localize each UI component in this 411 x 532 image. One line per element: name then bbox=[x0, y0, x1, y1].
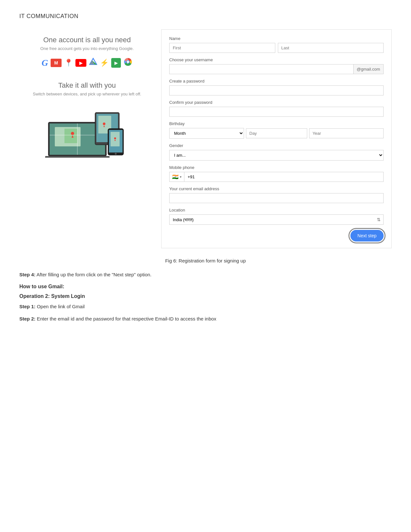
promo-title2: Take it all with you bbox=[58, 81, 116, 90]
gender-label: Gender bbox=[169, 143, 384, 148]
page-title: IT COMMUNICATION bbox=[19, 13, 392, 20]
gmail-icon: M bbox=[51, 59, 62, 67]
month-select[interactable]: Month JanuaryFebruaryMarch AprilMayJune … bbox=[169, 128, 244, 139]
confirm-password-input[interactable] bbox=[169, 107, 384, 117]
name-row bbox=[169, 43, 384, 53]
email-label: Your current email address bbox=[169, 186, 384, 191]
password-label: Create a password bbox=[169, 79, 384, 84]
day-input[interactable] bbox=[246, 128, 307, 138]
svg-rect-18 bbox=[45, 156, 110, 158]
step2-text: Step 2: Enter the email id and the passw… bbox=[19, 315, 392, 323]
svg-point-23 bbox=[103, 123, 105, 125]
playstore-icon: ▶ bbox=[111, 58, 121, 68]
step2-content: Enter the email id and the password for … bbox=[35, 316, 216, 321]
svg-point-14 bbox=[71, 132, 74, 135]
confirm-password-label: Confirm your password bbox=[169, 100, 384, 105]
location-row: India (भारत) ⇅ bbox=[169, 214, 384, 225]
svg-point-29 bbox=[114, 137, 116, 139]
step1-bold: Step 1: bbox=[19, 304, 35, 309]
next-step-row: Next step bbox=[169, 230, 384, 241]
drive-icon bbox=[89, 58, 97, 68]
phone-flag: 🇮🇳 ▾ bbox=[170, 172, 184, 182]
google-icons-row: G M 📍 ▶ ⚡ ▶ bbox=[42, 57, 132, 68]
phone-dropdown-arrow: ▾ bbox=[180, 175, 181, 179]
birthday-label: Birthday bbox=[169, 121, 384, 126]
maps-icon: 📍 bbox=[64, 59, 73, 67]
username-row: @gmail.com bbox=[169, 64, 384, 74]
youtube-icon: ▶ bbox=[75, 59, 86, 67]
promo-subtitle2: Switch between devices, and pick up wher… bbox=[33, 92, 142, 96]
gender-select[interactable]: I am... Male Female Other bbox=[169, 150, 384, 161]
promo-title: One account is all you need bbox=[43, 36, 131, 44]
current-email-input[interactable] bbox=[169, 193, 384, 203]
step4-bold: Step 4: bbox=[19, 272, 35, 277]
username-input[interactable] bbox=[170, 64, 353, 74]
main-content: One account is all you need One free acc… bbox=[19, 29, 392, 248]
username-label: Choose your username bbox=[169, 57, 384, 62]
step4-content: After filling up the form click on the "… bbox=[35, 272, 152, 277]
figure-caption: Fig 6: Registration form for signing up bbox=[19, 258, 392, 263]
step4-text: Step 4: After filling up the form click … bbox=[19, 271, 392, 279]
name-label: Name bbox=[169, 36, 384, 41]
gmail-suffix: @gmail.com bbox=[353, 64, 383, 74]
location-label: Location bbox=[169, 208, 384, 212]
phone-row: 🇮🇳 ▾ bbox=[169, 172, 384, 182]
step1-content: Open the link of Gmail bbox=[35, 304, 85, 309]
svg-point-31 bbox=[115, 153, 117, 155]
google-g-icon: G bbox=[42, 58, 48, 68]
step1-text: Step 1: Open the link of Gmail bbox=[19, 303, 392, 310]
svg-rect-13 bbox=[64, 129, 77, 143]
chrome-icon bbox=[123, 57, 132, 68]
left-panel: One account is all you need One free acc… bbox=[19, 29, 155, 248]
phone-input[interactable] bbox=[184, 172, 383, 182]
birthday-row: Month JanuaryFebruaryMarch AprilMayJune … bbox=[169, 128, 384, 139]
devices-illustration bbox=[45, 103, 129, 158]
first-name-input[interactable] bbox=[169, 43, 275, 53]
operation2-heading: Operation 2: System Login bbox=[19, 293, 392, 299]
location-arrows-icon: ⇅ bbox=[374, 215, 383, 224]
svg-point-8 bbox=[127, 61, 129, 63]
step2-bold: Step 2: bbox=[19, 316, 35, 321]
promo-subtitle: One free account gets you into everythin… bbox=[40, 46, 134, 51]
phone-label: Mobile phone bbox=[169, 165, 384, 170]
last-name-input[interactable] bbox=[278, 43, 384, 53]
flash-icon: ⚡ bbox=[100, 59, 109, 67]
how-to-use-gmail-heading: How to use Gmail: bbox=[19, 284, 392, 290]
next-step-button[interactable]: Next step bbox=[350, 230, 384, 241]
location-select[interactable]: India (भारत) bbox=[170, 215, 374, 224]
password-input[interactable] bbox=[169, 85, 384, 95]
registration-form: Name Choose your username @gmail.com Cre… bbox=[161, 29, 392, 248]
year-input[interactable] bbox=[309, 128, 384, 138]
